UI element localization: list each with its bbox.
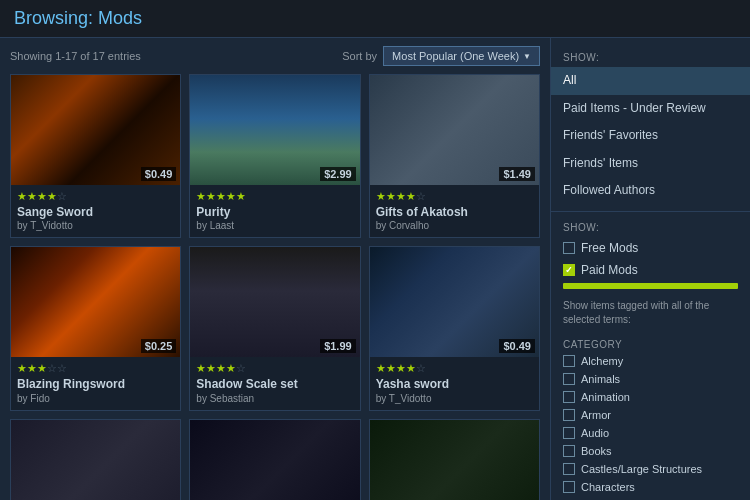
mod-author-shadow: by Sebastian — [196, 393, 353, 404]
sidebar: SHOW: AllPaid Items - Under ReviewFriend… — [550, 38, 750, 500]
mod-stars-purity: ★★★★★ — [196, 190, 353, 203]
page-header: Browsing: Mods — [0, 0, 750, 38]
category-cb[interactable] — [563, 409, 575, 421]
page-title: Browsing: Mods — [14, 8, 736, 29]
mod-thumb-bottom1 — [11, 420, 180, 500]
content-area: Showing 1-17 of 17 entries Sort by Most … — [0, 38, 550, 500]
main-layout: Showing 1-17 of 17 entries Sort by Most … — [0, 38, 750, 500]
mod-name-akatosh: Gifts of Akatosh — [376, 205, 533, 219]
mod-author-yasha: by T_Vidotto — [376, 393, 533, 404]
mod-price-blazing: $0.25 — [141, 339, 177, 353]
category-item-audio[interactable]: Audio — [551, 424, 750, 442]
mod-card-purity[interactable]: $2.99 ★★★★★ Purity by Laast — [189, 74, 360, 238]
sidebar-filter-friends-favs[interactable]: Friends' Favorites — [551, 122, 750, 150]
mod-thumb-yasha: $0.49 — [370, 247, 539, 357]
show-items-text: Show items tagged with all of the select… — [551, 293, 750, 333]
free-mods-checkbox[interactable] — [563, 242, 575, 254]
paid-mods-label: Paid Mods — [581, 263, 638, 277]
category-cb[interactable] — [563, 481, 575, 493]
mod-card-bottom2[interactable] — [189, 419, 360, 500]
mod-thumb-shadow: $1.99 — [190, 247, 359, 357]
mod-card-blazing[interactable]: $0.25 ★★★☆☆ Blazing Ringsword by Fido — [10, 246, 181, 410]
category-item-animation[interactable]: Animation — [551, 388, 750, 406]
category-label-text: Books — [581, 445, 612, 457]
mod-card-bottom1[interactable] — [10, 419, 181, 500]
mod-stars-blazing: ★★★☆☆ — [17, 362, 174, 375]
category-label-text: Armor — [581, 409, 611, 421]
mod-author-purity: by Laast — [196, 220, 353, 231]
mod-info-purity: ★★★★★ Purity by Laast — [190, 185, 359, 237]
mod-info-yasha: ★★★★☆ Yasha sword by T_Vidotto — [370, 357, 539, 409]
mod-name-sange: Sange Sword — [17, 205, 174, 219]
sort-dropdown[interactable]: Most Popular (One Week) — [383, 46, 540, 66]
category-label: CATEGORY — [551, 333, 750, 352]
mod-thumb-blazing: $0.25 — [11, 247, 180, 357]
mod-author-blazing: by Fido — [17, 393, 174, 404]
show-label-2: SHOW: — [551, 218, 750, 237]
paid-mods-checkbox[interactable] — [563, 264, 575, 276]
sidebar-filter-followed-authors[interactable]: Followed Authors — [551, 177, 750, 205]
mod-stars-yasha: ★★★★☆ — [376, 362, 533, 375]
category-label-text: Characters — [581, 481, 635, 493]
mod-price-purity: $2.99 — [320, 167, 356, 181]
category-item-castles-large-structures[interactable]: Castles/Large Structures — [551, 460, 750, 478]
mod-info-sange: ★★★★☆ Sange Sword by T_Vidotto — [11, 185, 180, 237]
mod-stars-akatosh: ★★★★☆ — [376, 190, 533, 203]
category-item-armor[interactable]: Armor — [551, 406, 750, 424]
toolbar: Showing 1-17 of 17 entries Sort by Most … — [10, 46, 540, 66]
mod-name-yasha: Yasha sword — [376, 377, 533, 391]
mod-card-bottom3[interactable] — [369, 419, 540, 500]
sidebar-filter-friends-items[interactable]: Friends' Items — [551, 150, 750, 178]
mod-info-akatosh: ★★★★☆ Gifts of Akatosh by Corvalho — [370, 185, 539, 237]
mod-info-shadow: ★★★★☆ Shadow Scale set by Sebastian — [190, 357, 359, 409]
paid-mods-checkbox-row[interactable]: Paid Mods — [551, 259, 750, 281]
category-cb[interactable] — [563, 463, 575, 475]
category-item-alchemy[interactable]: Alchemy — [551, 352, 750, 370]
mod-name-blazing: Blazing Ringsword — [17, 377, 174, 391]
category-cb[interactable] — [563, 445, 575, 457]
sidebar-divider-1 — [551, 211, 750, 212]
mod-card-sange[interactable]: $0.49 ★★★★☆ Sange Sword by T_Vidotto — [10, 74, 181, 238]
mod-thumb-akatosh: $1.49 — [370, 75, 539, 185]
free-mods-checkbox-row[interactable]: Free Mods — [551, 237, 750, 259]
sort-controls: Sort by Most Popular (One Week) — [342, 46, 540, 66]
mod-thumb-sange: $0.49 — [11, 75, 180, 185]
mod-info-blazing: ★★★☆☆ Blazing Ringsword by Fido — [11, 357, 180, 409]
category-cb[interactable] — [563, 373, 575, 385]
mod-name-shadow: Shadow Scale set — [196, 377, 353, 391]
mod-price-shadow: $1.99 — [320, 339, 356, 353]
entries-count: Showing 1-17 of 17 entries — [10, 50, 141, 62]
sidebar-filter-all[interactable]: All — [551, 67, 750, 95]
show-label: SHOW: — [551, 48, 750, 67]
paid-mods-bar — [563, 283, 738, 289]
category-cb[interactable] — [563, 427, 575, 439]
category-item-animals[interactable]: Animals — [551, 370, 750, 388]
free-mods-label: Free Mods — [581, 241, 638, 255]
category-label-text: Alchemy — [581, 355, 623, 367]
mod-card-shadow[interactable]: $1.99 ★★★★☆ Shadow Scale set by Sebastia… — [189, 246, 360, 410]
category-item-books[interactable]: Books — [551, 442, 750, 460]
mod-thumb-bottom3 — [370, 420, 539, 500]
category-label-text: Audio — [581, 427, 609, 439]
category-label-text: Animals — [581, 373, 620, 385]
mod-stars-sange: ★★★★☆ — [17, 190, 174, 203]
mod-stars-shadow: ★★★★☆ — [196, 362, 353, 375]
mod-price-yasha: $0.49 — [499, 339, 535, 353]
mod-author-sange: by T_Vidotto — [17, 220, 174, 231]
category-cb[interactable] — [563, 355, 575, 367]
mod-thumb-purity: $2.99 — [190, 75, 359, 185]
sidebar-filter-paid-review[interactable]: Paid Items - Under Review — [551, 95, 750, 123]
mod-thumb-bottom2 — [190, 420, 359, 500]
sort-by-label: Sort by — [342, 50, 377, 62]
category-label-text: Animation — [581, 391, 630, 403]
mod-price-sange: $0.49 — [141, 167, 177, 181]
mod-name-purity: Purity — [196, 205, 353, 219]
mod-card-yasha[interactable]: $0.49 ★★★★☆ Yasha sword by T_Vidotto — [369, 246, 540, 410]
mods-grid: $0.49 ★★★★☆ Sange Sword by T_Vidotto $2.… — [10, 74, 540, 500]
category-item-characters[interactable]: Characters — [551, 478, 750, 496]
mod-author-akatosh: by Corvalho — [376, 220, 533, 231]
category-cb[interactable] — [563, 391, 575, 403]
mod-price-akatosh: $1.49 — [499, 167, 535, 181]
category-label-text: Castles/Large Structures — [581, 463, 702, 475]
mod-card-akatosh[interactable]: $1.49 ★★★★☆ Gifts of Akatosh by Corvalho — [369, 74, 540, 238]
